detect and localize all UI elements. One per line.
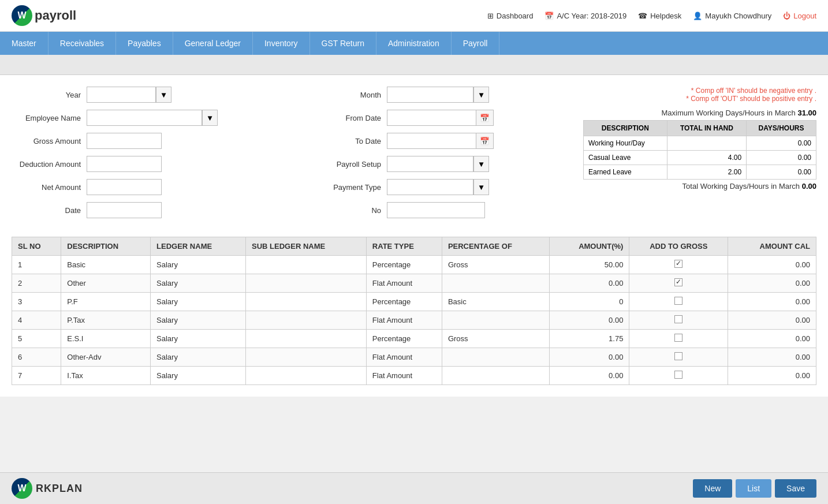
row-pct-of-2: Basic xyxy=(442,293,549,311)
add-gross-checkbox-5[interactable] xyxy=(674,352,682,360)
comp-days-1: 0.00 xyxy=(747,151,816,165)
row-amount-0: 50.00 xyxy=(549,256,629,274)
row-pct-of-1 xyxy=(442,274,549,293)
note1: * Comp off 'IN' should be negative entry… xyxy=(583,87,816,95)
row-add-gross-4 xyxy=(629,330,728,348)
table-section: SL NO DESCRIPTION LEDGER NAME SUB LEDGER… xyxy=(12,237,816,385)
from-date-input[interactable]: 01/03/2019 xyxy=(387,110,476,126)
nav-payables[interactable]: Payables xyxy=(116,32,173,55)
add-gross-checkbox-2[interactable] xyxy=(674,297,682,305)
to-date-calendar-btn[interactable]: 📅 xyxy=(476,133,494,149)
row-desc-2: P.F xyxy=(61,293,151,311)
gross-input[interactable]: 0.00 xyxy=(87,133,162,149)
payroll-setup-label: Payroll Setup xyxy=(312,160,387,169)
employee-input[interactable]: sandeep Das(EMP002) xyxy=(87,110,202,126)
payroll-setup-input[interactable]: T-01 xyxy=(387,156,473,172)
payment-type-wrap: Select ▼ xyxy=(387,179,489,195)
add-gross-checkbox-4[interactable] xyxy=(674,334,682,342)
nav-administration[interactable]: Administration xyxy=(376,32,452,55)
year-dropdown-btn[interactable]: ▼ xyxy=(156,87,171,103)
logo-roll: roll xyxy=(57,8,76,23)
net-input[interactable]: 0.00 xyxy=(87,179,162,195)
logo-pay: pay xyxy=(35,8,57,23)
nav-general-ledger[interactable]: General Ledger xyxy=(173,32,253,55)
logo-text: payroll xyxy=(35,8,76,23)
row-add-gross-0 xyxy=(629,256,728,274)
row-rate-type-0: Percentage xyxy=(366,256,442,274)
row-ledger-0: Salary xyxy=(151,256,246,274)
row-add-gross-3 xyxy=(629,311,728,330)
no-label: No xyxy=(312,206,387,215)
form-right: * Comp off 'IN' should be negative entry… xyxy=(583,87,816,225)
ac-year: 📅 A/C Year: 2018-2019 xyxy=(544,12,626,20)
month-input[interactable]: March xyxy=(387,87,473,103)
comp-desc-0: Working Hour/Day xyxy=(584,136,667,151)
helpdesk-link[interactable]: ☎ Helpdesk xyxy=(638,12,681,20)
comp-total-1: 4.00 xyxy=(667,151,746,165)
nav-payroll[interactable]: Payroll xyxy=(452,32,500,55)
month-label: Month xyxy=(312,91,387,99)
employee-dropdown-btn[interactable]: ▼ xyxy=(202,110,218,126)
col-amount-cal: AMOUNT CAL xyxy=(728,237,816,256)
row-amount-3: 0.00 xyxy=(549,311,629,330)
row-sl-5: 6 xyxy=(12,348,61,367)
row-ledger-4: Salary xyxy=(151,330,246,348)
row-rate-type-1: Flat Amount xyxy=(366,274,442,293)
navigation: Master Receivables Payables General Ledg… xyxy=(0,32,828,55)
year-input[interactable]: 2019 xyxy=(87,87,156,103)
comp-table-row: Working Hour/Day 0.00 xyxy=(584,136,816,151)
row-pct-of-4: Gross xyxy=(442,330,549,348)
nav-gst-return[interactable]: GST Return xyxy=(310,32,376,55)
employee-label: Employee Name xyxy=(12,114,87,122)
comp-table-row: Earned Leave 2.00 0.00 xyxy=(584,165,816,180)
table-row: 3 P.F Salary Percentage Basic 0 0.00 xyxy=(12,293,816,311)
payroll-setup-dropdown-btn[interactable]: ▼ xyxy=(473,156,489,172)
row-amount-cal-6: 0.00 xyxy=(728,367,816,385)
row-sub-ledger-3 xyxy=(246,311,367,330)
deduction-row: Deduction Amount 0.00 xyxy=(12,156,289,172)
logout-link[interactable]: ⏻ Logout xyxy=(783,12,816,20)
table-row: 7 I.Tax Salary Flat Amount 0.00 0.00 xyxy=(12,367,816,385)
row-rate-type-4: Percentage xyxy=(366,330,442,348)
payment-type-dropdown-btn[interactable]: ▼ xyxy=(473,179,489,195)
row-desc-6: I.Tax xyxy=(61,367,151,385)
gross-label: Gross Amount xyxy=(12,137,87,145)
add-gross-checkbox-0[interactable] xyxy=(674,260,682,268)
row-sl-6: 7 xyxy=(12,367,61,385)
logout-icon: ⏻ xyxy=(783,12,790,20)
row-rate-type-5: Flat Amount xyxy=(366,348,442,367)
employee-input-wrap: sandeep Das(EMP002) ▼ xyxy=(87,110,218,126)
to-date-wrap: 31/03/02019 📅 xyxy=(387,133,494,149)
row-amount-cal-0: 0.00 xyxy=(728,256,816,274)
user-icon: 👤 xyxy=(693,12,702,20)
deduction-input[interactable]: 0.00 xyxy=(87,156,162,172)
logo-icon: W xyxy=(12,5,32,26)
no-input[interactable] xyxy=(387,202,485,218)
year-input-wrap: 2019 ▼ xyxy=(87,87,171,103)
row-sub-ledger-6 xyxy=(246,367,367,385)
table-row: 4 P.Tax Salary Flat Amount 0.00 0.00 xyxy=(12,311,816,330)
nav-master[interactable]: Master xyxy=(0,32,49,55)
row-ledger-3: Salary xyxy=(151,311,246,330)
comp-table: DESCRIPTION TOTAL IN HAND DAYS/HOURS Wor… xyxy=(583,120,816,180)
add-gross-checkbox-6[interactable] xyxy=(674,371,682,379)
nav-receivables[interactable]: Receivables xyxy=(49,32,116,55)
month-dropdown-btn[interactable]: ▼ xyxy=(473,87,489,103)
date-input[interactable] xyxy=(87,202,162,218)
col-add-gross: ADD TO GROSS xyxy=(629,237,728,256)
row-amount-cal-1: 0.00 xyxy=(728,274,816,293)
payment-type-input[interactable]: Select xyxy=(387,179,473,195)
col-sub-ledger: SUB LEDGER NAME xyxy=(246,237,367,256)
comp-total-0 xyxy=(667,136,746,151)
to-date-row: To Date 31/03/02019 📅 xyxy=(312,133,560,149)
note2: * Comp off 'OUT' should be positive entr… xyxy=(583,95,816,103)
row-rate-type-2: Percentage xyxy=(366,293,442,311)
from-date-calendar-btn[interactable]: 📅 xyxy=(476,110,494,126)
nav-inventory[interactable]: Inventory xyxy=(253,32,310,55)
user-profile[interactable]: 👤 Mayukh Chowdhury xyxy=(693,12,771,20)
add-gross-checkbox-1[interactable] xyxy=(674,278,682,286)
add-gross-checkbox-3[interactable] xyxy=(674,315,682,323)
dashboard-link[interactable]: ⊞ Dashboard xyxy=(487,12,534,20)
to-date-input[interactable]: 31/03/02019 xyxy=(387,133,476,149)
payroll-setup-wrap: T-01 ▼ xyxy=(387,156,489,172)
